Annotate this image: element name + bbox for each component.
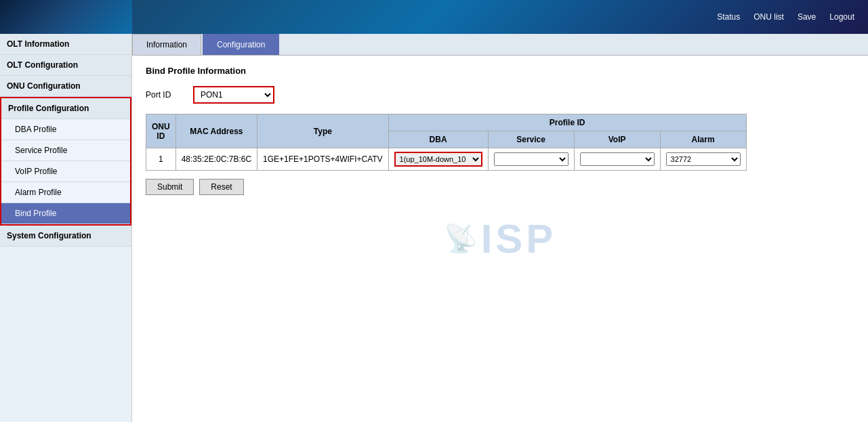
cell-dba: 1(up_10M-down_10 2(up_20M-down_20 3(up_5… — [388, 148, 488, 171]
button-row: Submit Reset — [146, 179, 854, 195]
col-mac-address: MAC Address — [175, 114, 257, 148]
sidebar-item-bind-profile[interactable]: Bind Profile — [1, 203, 130, 224]
sidebar-item-system-configuration[interactable]: System Configuration — [0, 226, 131, 247]
col-dba: DBA — [388, 131, 488, 148]
tab-configuration[interactable]: Configuration — [203, 34, 279, 55]
col-onu-id: ONU ID — [146, 114, 176, 148]
col-type: Type — [257, 114, 389, 148]
port-id-label: Port ID — [146, 90, 186, 100]
watermark-text: ISP — [481, 215, 557, 262]
cell-mac-address: 48:35:2E:0C:7B:6C — [175, 148, 257, 171]
submit-button[interactable]: Submit — [146, 179, 194, 195]
content-area: Bind Profile Information Port ID PON1 PO… — [132, 56, 868, 272]
sidebar-item-dba-profile[interactable]: DBA Profile — [1, 119, 130, 140]
sidebar-item-service-profile[interactable]: Service Profile — [1, 140, 130, 161]
page-title: Bind Profile Information — [146, 66, 854, 76]
sidebar-item-alarm-profile[interactable]: Alarm Profile — [1, 182, 130, 203]
tabs: Information Configuration — [132, 34, 868, 56]
port-id-select[interactable]: PON1 PON2 PON3 PON4 — [193, 86, 274, 104]
onu-list-link[interactable]: ONU list — [753, 12, 784, 22]
bind-profile-table: ONU ID MAC Address Type Profile ID DBA S… — [146, 114, 747, 171]
sidebar-item-voip-profile[interactable]: VoIP Profile — [1, 161, 130, 182]
sidebar-item-onu-configuration[interactable]: ONU Configuration — [0, 76, 131, 97]
alarm-select[interactable]: 32772 32773 32774 — [666, 152, 741, 166]
sidebar-item-profile-configuration[interactable]: Profile Configuration — [1, 98, 130, 119]
col-alarm: Alarm — [660, 131, 746, 148]
port-id-row: Port ID PON1 PON2 PON3 PON4 — [146, 86, 854, 104]
cell-service: Service1 Service2 — [488, 148, 574, 171]
table-row: 1 48:35:2E:0C:7B:6C 1GE+1FE+1POTS+4WIFI+… — [146, 148, 747, 171]
logo-area — [0, 0, 132, 34]
dba-select[interactable]: 1(up_10M-down_10 2(up_20M-down_20 3(up_5… — [394, 152, 482, 167]
col-service: Service — [488, 131, 574, 148]
nav-links: Status ONU list Save Logout — [717, 12, 854, 22]
col-voip: VoIP — [574, 131, 660, 148]
cell-type: 1GE+1FE+1POTS+4WIFI+CATV — [257, 148, 389, 171]
sidebar-item-olt-information[interactable]: OLT Information — [0, 34, 131, 55]
service-select[interactable]: Service1 Service2 — [494, 152, 569, 166]
save-link[interactable]: Save — [798, 12, 816, 22]
tab-information[interactable]: Information — [132, 34, 201, 55]
cell-onu-id: 1 — [146, 148, 176, 171]
top-header: Status ONU list Save Logout — [0, 0, 868, 34]
watermark: 📡 ISP — [146, 215, 854, 262]
main-content: Information Configuration Bind Profile I… — [132, 34, 868, 422]
col-profile-id: Profile ID — [388, 114, 746, 131]
profile-config-section: Profile Configuration DBA Profile Servic… — [0, 97, 131, 226]
sidebar: OLT Information OLT Configuration ONU Co… — [0, 34, 132, 422]
wifi-icon: 📡 — [444, 223, 478, 255]
reset-button[interactable]: Reset — [199, 179, 243, 195]
status-link[interactable]: Status — [717, 12, 740, 22]
sidebar-item-olt-configuration[interactable]: OLT Configuration — [0, 55, 131, 76]
logout-link[interactable]: Logout — [829, 12, 854, 22]
cell-alarm: 32772 32773 32774 — [660, 148, 746, 171]
voip-select[interactable]: VoIP1 VoIP2 — [580, 152, 655, 166]
main-layout: OLT Information OLT Configuration ONU Co… — [0, 34, 868, 422]
cell-voip: VoIP1 VoIP2 — [574, 148, 660, 171]
